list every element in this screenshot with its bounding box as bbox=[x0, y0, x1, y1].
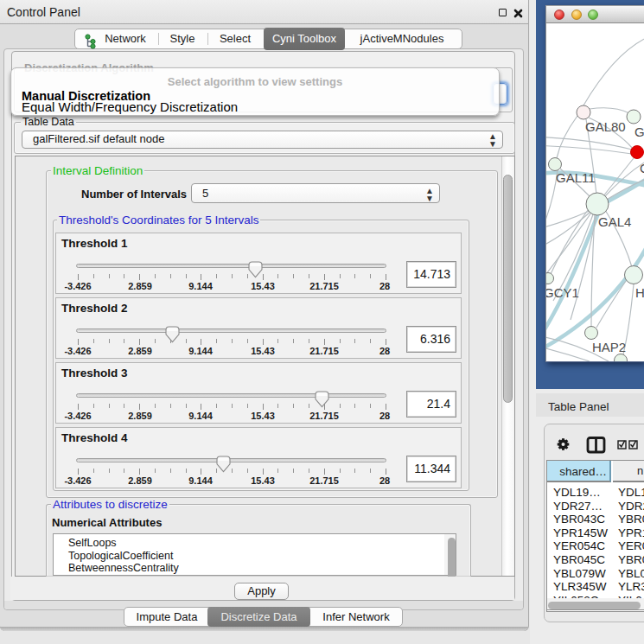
svg-text:GAL4: GAL4 bbox=[598, 214, 631, 229]
svg-text:GAL11: GAL11 bbox=[556, 170, 596, 185]
svg-text:GCY1: GCY1 bbox=[546, 285, 579, 300]
svg-text:H: H bbox=[635, 285, 644, 300]
svg-text:HAP2: HAP2 bbox=[592, 340, 626, 354]
svg-text:GAL80: GAL80 bbox=[585, 119, 626, 134]
svg-text:G: G bbox=[640, 161, 644, 175]
svg-text:GA: GA bbox=[634, 124, 644, 139]
